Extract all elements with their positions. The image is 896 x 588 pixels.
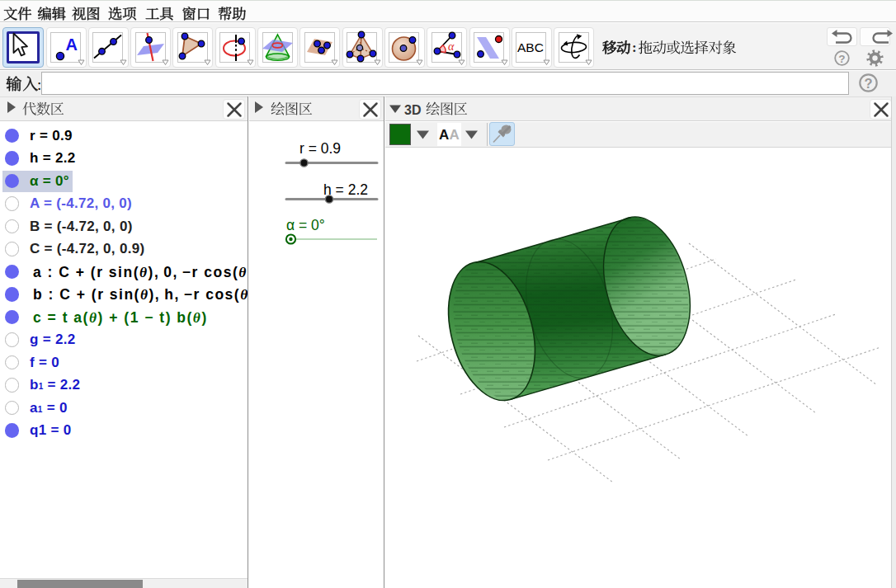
svg-text:r = 0.9: r = 0.9 [299, 140, 341, 157]
svg-text:3D: 3D [404, 103, 421, 117]
svg-text:α: α [448, 40, 455, 52]
svg-text:A: A [66, 35, 78, 54]
svg-text::: : [632, 40, 637, 55]
svg-text:?: ? [865, 76, 873, 91]
svg-text:ABC: ABC [517, 40, 544, 54]
svg-text:?: ? [838, 53, 845, 65]
svg-text:α = 0°: α = 0° [286, 217, 325, 233]
